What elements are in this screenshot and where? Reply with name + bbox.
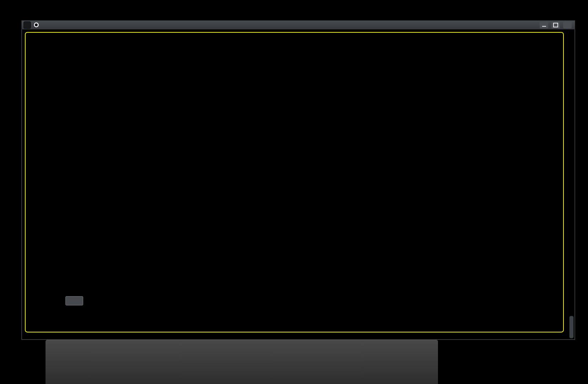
matrix-rain-left <box>0 20 21 340</box>
matrix-rain-bottom <box>438 340 588 384</box>
konsole-tab-icon <box>23 21 31 29</box>
matrix-rain-right <box>575 20 588 340</box>
minimize-button[interactable] <box>540 22 548 28</box>
desktop <box>0 0 588 384</box>
maximize-button[interactable] <box>551 22 560 28</box>
terminal-scrollbar[interactable] <box>569 316 574 338</box>
gpu-meter-bar <box>143 100 145 106</box>
dock-panel <box>46 340 438 384</box>
close-button[interactable] <box>563 22 572 28</box>
cluster-panel-border <box>25 32 564 332</box>
window-controls <box>540 22 572 28</box>
konsole-app-icon <box>33 22 39 28</box>
window-titlebar[interactable] <box>21 20 575 30</box>
matrix-rain-top <box>0 0 588 20</box>
config-button[interactable] <box>65 296 83 305</box>
minimize-icon <box>542 26 546 27</box>
maximize-icon <box>553 23 558 27</box>
